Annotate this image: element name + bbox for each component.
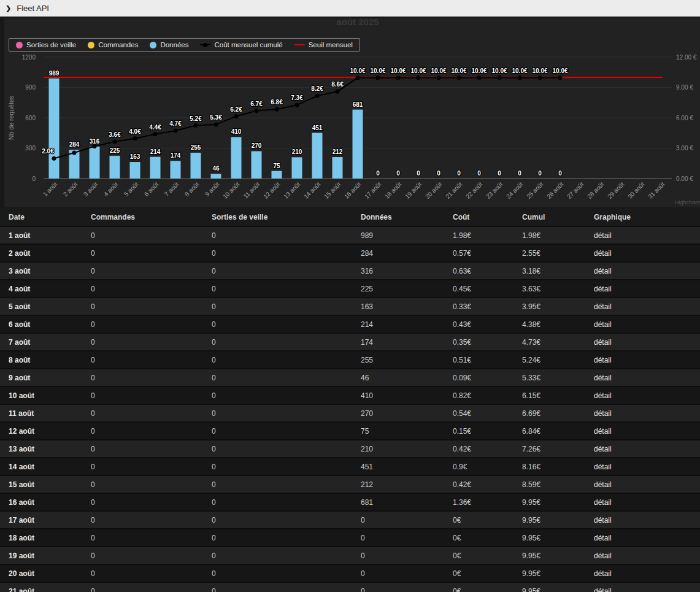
row-graphique: détail: [585, 427, 700, 436]
row-cumul: 9.95€: [513, 552, 585, 560]
detail-link[interactable]: détail: [594, 391, 612, 400]
row-date: 1 août: [0, 231, 82, 240]
legend-item-commandes[interactable]: Commandes: [88, 41, 138, 48]
legend-item-seuil[interactable]: Seuil mensuel: [294, 41, 353, 48]
usage-table: Date Commandes Sorties de veille Données…: [0, 209, 700, 592]
table-row: 15 août002120.42€8.59€détail: [0, 476, 700, 494]
cumul-value-label: 10.0€: [471, 67, 487, 74]
row-donnees: 174: [352, 338, 444, 347]
bar-donnees[interactable]: [49, 79, 60, 179]
detail-link[interactable]: détail: [594, 302, 612, 311]
bar-value-label: 0: [376, 170, 380, 177]
cumul-line-marker[interactable]: [153, 132, 158, 136]
detail-link[interactable]: détail: [594, 231, 612, 240]
detail-link[interactable]: détail: [594, 587, 612, 592]
detail-link[interactable]: détail: [594, 249, 612, 258]
legend-label: Coût mensuel cumulé: [214, 41, 282, 48]
row-date: 20 août: [0, 569, 82, 578]
bar-donnees[interactable]: [333, 157, 343, 179]
bar-donnees[interactable]: [272, 171, 282, 179]
bar-donnees[interactable]: [90, 147, 100, 179]
cumul-line-marker[interactable]: [234, 114, 239, 118]
row-date: 15 août: [0, 480, 82, 489]
x-axis-label: 22 août: [464, 180, 484, 200]
cumul-line-marker[interactable]: [295, 103, 299, 107]
bar-donnees[interactable]: [292, 157, 302, 179]
cumul-line-marker[interactable]: [255, 109, 259, 113]
cumul-line-marker[interactable]: [417, 75, 421, 80]
row-date: 9 août: [0, 374, 82, 382]
row-commandes: 0: [82, 320, 203, 329]
detail-link[interactable]: détail: [594, 285, 612, 293]
row-donnees: 214: [352, 320, 444, 329]
legend-item-sorties-de-veille[interactable]: Sorties de veille: [16, 41, 76, 48]
cumul-line-marker[interactable]: [275, 107, 279, 112]
detail-link[interactable]: détail: [594, 516, 612, 525]
cumul-line-marker[interactable]: [214, 123, 218, 127]
detail-link[interactable]: détail: [594, 552, 612, 560]
cumul-line-marker[interactable]: [437, 75, 441, 80]
cumul-line-marker[interactable]: [72, 150, 77, 155]
bar-donnees[interactable]: [211, 174, 221, 179]
cumul-line-marker[interactable]: [558, 75, 563, 80]
detail-link[interactable]: détail: [594, 374, 612, 382]
cumul-value-label: 8.2€: [311, 85, 323, 92]
cumul-line-marker[interactable]: [396, 75, 401, 80]
detail-link[interactable]: détail: [594, 534, 612, 542]
bar-donnees[interactable]: [130, 162, 140, 179]
chart-credit[interactable]: Highcharts.com: [675, 199, 700, 206]
cumul-line-marker[interactable]: [336, 90, 340, 94]
x-axis-label: 21 août: [444, 180, 464, 200]
bar-donnees[interactable]: [150, 157, 161, 179]
cumul-line-marker[interactable]: [93, 144, 97, 148]
bar-donnees[interactable]: [191, 153, 201, 179]
cumul-line-marker[interactable]: [477, 75, 482, 80]
legend-item-cout-cumule[interactable]: Coût mensuel cumulé: [200, 41, 282, 48]
cumul-line-marker[interactable]: [518, 75, 522, 80]
row-sorties-de-veille: 0: [203, 445, 352, 453]
bar-donnees[interactable]: [231, 137, 242, 179]
detail-link[interactable]: détail: [594, 498, 612, 507]
detail-link[interactable]: détail: [594, 427, 612, 436]
detail-link[interactable]: détail: [594, 445, 612, 453]
page: { "topbar": { "title": "Fleet API", "che…: [0, 0, 700, 592]
legend-item-donnees[interactable]: Données: [150, 41, 188, 48]
cumul-line-marker[interactable]: [113, 140, 117, 144]
y-axis-right-tick: 3.00 €: [676, 145, 693, 152]
bar-value-label: 0: [477, 170, 481, 177]
cumul-line-marker[interactable]: [194, 123, 198, 128]
cumul-line-marker[interactable]: [174, 128, 178, 133]
bar-donnees[interactable]: [312, 133, 323, 179]
row-date: 12 août: [0, 427, 82, 436]
cumul-line-marker[interactable]: [376, 75, 380, 80]
cumul-line-marker[interactable]: [457, 75, 461, 80]
bar-donnees[interactable]: [353, 110, 363, 179]
x-axis-label: 2 août: [62, 180, 79, 198]
y-axis-right-tick: 9.00 €: [676, 84, 693, 91]
row-sorties-de-veille: 0: [203, 516, 352, 525]
row-donnees: 410: [352, 391, 444, 400]
detail-link[interactable]: détail: [594, 356, 612, 364]
bar-donnees[interactable]: [110, 156, 120, 179]
x-axis-label: 14 août: [302, 180, 322, 200]
cumul-line-marker[interactable]: [133, 136, 137, 140]
detail-link[interactable]: détail: [594, 409, 612, 418]
detail-link[interactable]: détail: [594, 463, 612, 471]
bar-donnees[interactable]: [171, 161, 181, 179]
bar-donnees[interactable]: [252, 151, 262, 179]
detail-link[interactable]: détail: [594, 267, 612, 275]
bar-value-label: 0: [558, 170, 562, 177]
x-axis-label: 17 août: [363, 180, 383, 200]
detail-link[interactable]: détail: [594, 338, 612, 347]
chevron-right-icon[interactable]: ❯: [6, 5, 11, 12]
legend-label: Commandes: [98, 41, 138, 48]
cumul-line-marker[interactable]: [356, 75, 360, 80]
cumul-line-marker[interactable]: [498, 75, 502, 80]
cumul-line-marker[interactable]: [538, 75, 542, 80]
cumul-line-marker[interactable]: [315, 94, 320, 98]
detail-link[interactable]: détail: [594, 480, 612, 489]
detail-link[interactable]: détail: [594, 320, 612, 329]
cumul-value-label: 8.6€: [331, 81, 344, 88]
detail-link[interactable]: détail: [594, 569, 612, 578]
cumul-line-marker[interactable]: [52, 156, 56, 161]
